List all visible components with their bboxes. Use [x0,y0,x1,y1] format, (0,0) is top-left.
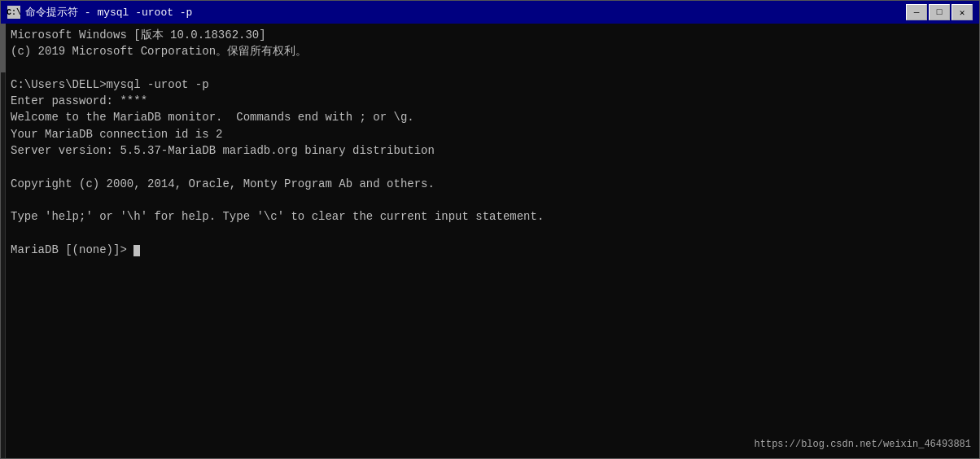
scrollbar-thumb[interactable] [1,24,6,72]
minimize-button[interactable]: — [906,4,927,20]
terminal-body[interactable]: Microsoft Windows [版本 10.0.18362.30](c) … [1,24,979,458]
terminal-line [11,60,974,76]
maximize-button[interactable]: □ [929,4,950,20]
terminal-line: Copyright (c) 2000, 2014, Oracle, Monty … [11,176,974,192]
terminal-cursor [133,245,140,256]
close-button[interactable]: ✕ [952,4,973,20]
terminal-line [11,159,974,175]
watermark: https://blog.csdn.net/weixin_46493881 [755,438,971,452]
terminal-line: Welcome to the MariaDB monitor. Commands… [11,109,974,125]
title-bar-controls: — □ ✕ [906,4,973,20]
terminal-line: Microsoft Windows [版本 10.0.18362.30] [11,27,974,43]
terminal-line: Enter password: **** [11,93,974,109]
scrollbar[interactable] [1,24,6,458]
terminal-line: Server version: 5.5.37-MariaDB mariadb.o… [11,142,974,159]
terminal-line: Your MariaDB connection id is 2 [11,126,974,142]
terminal-line [11,225,974,242]
terminal-line: Type 'help;' or '\h' for help. Type '\c'… [11,208,974,225]
title-bar: C:\ 命令提示符 - mysql -uroot -p — □ ✕ [1,1,979,24]
terminal-line [11,192,974,208]
terminal-line: (c) 2019 Microsoft Corporation。保留所有权利。 [11,43,974,59]
app-icon: C:\ [7,6,20,19]
title-bar-left: C:\ 命令提示符 - mysql -uroot -p [7,5,192,20]
terminal-output: Microsoft Windows [版本 10.0.18362.30](c) … [6,27,974,258]
terminal-line: C:\Users\DELL>mysql -uroot -p [11,76,974,93]
terminal-line: MariaDB [(none)]> [11,242,974,258]
terminal-window: C:\ 命令提示符 - mysql -uroot -p — □ ✕ Micros… [0,0,980,459]
window-title: 命令提示符 - mysql -uroot -p [25,5,192,20]
